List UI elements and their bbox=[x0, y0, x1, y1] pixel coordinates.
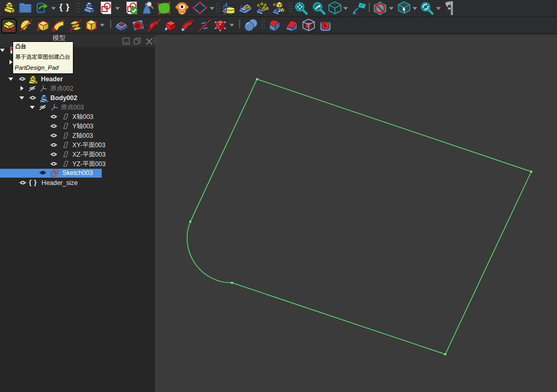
svg-text:Sketch003: Sketch003 bbox=[62, 169, 93, 177]
svg-text:PartDesign_Pad: PartDesign_Pad bbox=[15, 64, 59, 71]
svg-text:003: 003 bbox=[73, 104, 84, 111]
svg-text:X: X bbox=[72, 113, 77, 121]
svg-text:Z: Z bbox=[72, 132, 76, 139]
svg-text:XZ-: XZ- bbox=[72, 151, 82, 158]
svg-text:Header: Header bbox=[41, 75, 63, 83]
svg-text:003: 003 bbox=[83, 123, 93, 130]
svg-text:Body002: Body002 bbox=[50, 94, 77, 102]
svg-text:Y: Y bbox=[72, 123, 77, 130]
svg-text:003: 003 bbox=[95, 151, 105, 158]
svg-text:003: 003 bbox=[95, 141, 105, 149]
svg-text:003: 003 bbox=[82, 132, 93, 139]
svg-text:002: 002 bbox=[63, 85, 73, 92]
svg-text:003: 003 bbox=[83, 113, 93, 121]
svg-text:YZ-: YZ- bbox=[72, 160, 82, 168]
svg-text:003: 003 bbox=[95, 160, 105, 168]
svg-text:XY-: XY- bbox=[72, 141, 82, 149]
svg-text:Header_size: Header_size bbox=[41, 179, 78, 187]
